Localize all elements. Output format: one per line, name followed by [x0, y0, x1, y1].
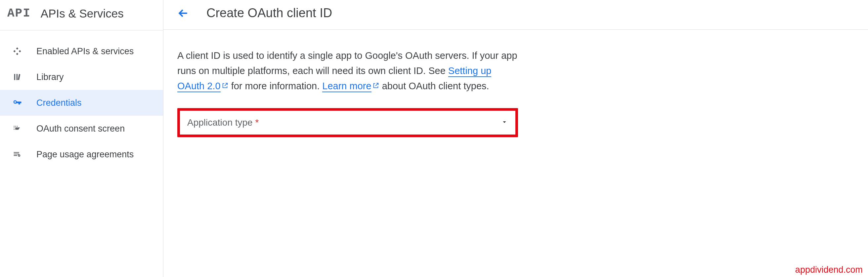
application-type-select[interactable]: Application type *: [180, 111, 516, 135]
select-label: Application type *: [187, 117, 259, 128]
sidebar-header: API APIs & Services: [0, 0, 163, 30]
client-id-description: A client ID is used to identify a single…: [177, 48, 518, 94]
back-arrow-icon[interactable]: [177, 7, 190, 20]
page-title: Create OAuth client ID: [207, 6, 332, 20]
main-header: Create OAuth client ID: [163, 0, 868, 30]
sidebar-title: APIs & Services: [41, 7, 124, 20]
diamonds-icon: [12, 46, 23, 57]
sidebar: API APIs & Services Enabled APIs & servi…: [0, 0, 163, 277]
description-text: for more information.: [231, 81, 322, 91]
sidebar-item-label: Credentials: [36, 98, 82, 108]
learn-more-link[interactable]: Learn more: [322, 81, 371, 92]
sidebar-item-label: Enabled APIs & services: [36, 46, 134, 57]
sidebar-nav: Enabled APIs & services Library Credenti…: [0, 30, 163, 167]
library-icon: [12, 72, 23, 82]
sidebar-item-page-usage-agreements[interactable]: Page usage agreements: [0, 141, 163, 167]
sidebar-item-label: Library: [36, 72, 64, 82]
agreements-icon: [12, 149, 23, 160]
chevron-down-icon: [501, 118, 508, 127]
sidebar-item-library[interactable]: Library: [0, 64, 163, 90]
description-text: about OAuth client types.: [382, 81, 489, 91]
consent-icon: [12, 123, 23, 134]
external-link-icon: [372, 79, 379, 94]
main-content: Create OAuth client ID A client ID is us…: [163, 0, 868, 277]
application-type-highlight: Application type *: [177, 108, 518, 137]
watermark: appdividend.com: [795, 265, 863, 275]
main-body: A client ID is used to identify a single…: [163, 30, 868, 137]
sidebar-item-credentials[interactable]: Credentials: [0, 90, 163, 116]
sidebar-item-label: Page usage agreements: [36, 149, 134, 160]
external-link-icon: [221, 79, 228, 94]
key-icon: [12, 98, 23, 108]
sidebar-item-enabled-apis[interactable]: Enabled APIs & services: [0, 38, 163, 64]
required-asterisk: *: [255, 117, 259, 128]
api-logo: API: [7, 7, 31, 20]
sidebar-item-label: OAuth consent screen: [36, 124, 125, 134]
sidebar-item-oauth-consent[interactable]: OAuth consent screen: [0, 116, 163, 141]
